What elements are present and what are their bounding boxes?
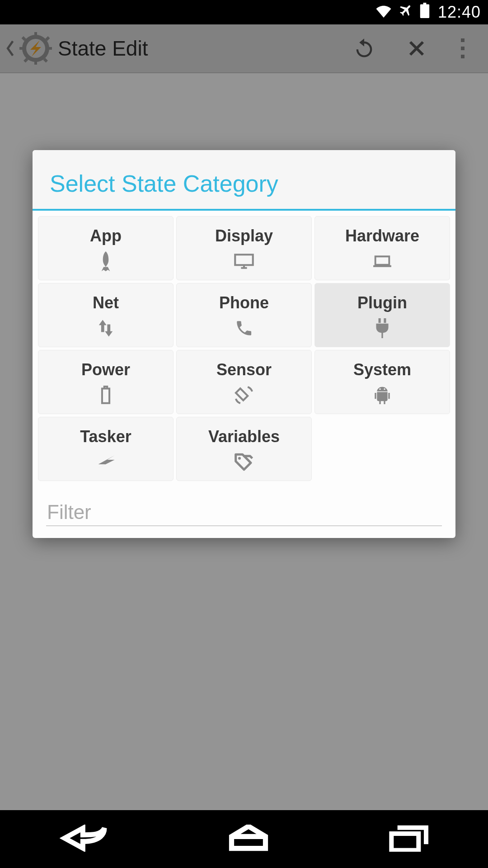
category-tile-sensor[interactable]: Sensor — [176, 350, 312, 414]
category-label: Sensor — [216, 360, 272, 379]
category-dialog: Select State Category AppDisplayHardware… — [33, 150, 455, 538]
phone-icon — [234, 318, 254, 339]
bolt-icon — [95, 452, 116, 472]
category-tile-system[interactable]: System — [314, 350, 450, 414]
battery-icon — [420, 3, 430, 22]
rotate-icon — [234, 385, 254, 406]
tags-icon — [234, 452, 254, 472]
nav-bar — [0, 810, 488, 868]
category-tile-tasker[interactable]: Tasker — [38, 417, 174, 481]
category-label: System — [353, 360, 411, 379]
updown-icon — [95, 318, 116, 339]
wifi-icon — [375, 3, 392, 22]
category-label: Variables — [208, 427, 280, 446]
category-label: Plugin — [357, 293, 407, 312]
category-label: Phone — [219, 293, 269, 312]
rocket-icon — [95, 251, 116, 272]
category-tile-display[interactable]: Display — [176, 216, 312, 280]
svg-point-0 — [379, 388, 380, 390]
nav-recent-button[interactable] — [388, 825, 428, 854]
category-label: App — [90, 226, 122, 245]
svg-point-1 — [384, 388, 385, 390]
dialog-header: Select State Category — [33, 150, 455, 211]
category-tile-plugin[interactable]: Plugin — [314, 283, 450, 347]
category-label: Hardware — [345, 226, 419, 245]
category-label: Net — [93, 293, 119, 312]
battery-icon — [95, 385, 116, 406]
status-clock: 12:40 — [438, 3, 481, 22]
laptop-icon — [372, 251, 393, 272]
category-tile-net[interactable]: Net — [38, 283, 174, 347]
airplane-icon — [398, 3, 413, 22]
filter-input[interactable] — [46, 499, 442, 526]
category-tile-app[interactable]: App — [38, 216, 174, 280]
nav-home-button[interactable] — [228, 825, 269, 854]
android-icon — [372, 385, 393, 406]
category-label: Power — [81, 360, 130, 379]
screen: 12:40 State Edit — [0, 0, 488, 868]
nav-back-button[interactable] — [60, 825, 109, 854]
category-label: Tasker — [80, 427, 131, 446]
category-grid: AppDisplayHardwareNetPhonePluginPowerSen… — [33, 211, 455, 481]
category-tile-hardware[interactable]: Hardware — [314, 216, 450, 280]
category-tile-power[interactable]: Power — [38, 350, 174, 414]
category-tile-phone[interactable]: Phone — [176, 283, 312, 347]
monitor-icon — [234, 251, 254, 272]
plug-icon — [372, 318, 393, 339]
dialog-title: Select State Category — [50, 170, 438, 197]
status-bar: 12:40 — [0, 0, 488, 24]
filter-wrap — [33, 481, 455, 526]
category-tile-variables[interactable]: Variables — [176, 417, 312, 481]
svg-point-2 — [238, 457, 241, 460]
category-label: Display — [215, 226, 273, 245]
